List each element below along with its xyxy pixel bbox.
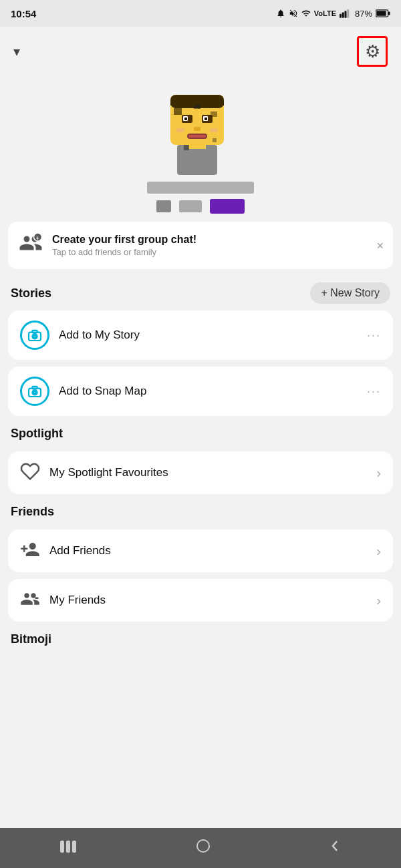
my-story-camera-icon <box>20 320 49 350</box>
svg-rect-23 <box>176 128 184 132</box>
my-story-menu-button[interactable]: ··· <box>367 329 381 343</box>
top-nav: ▾ ⚙ <box>0 27 401 72</box>
spotlight-favourites-item[interactable]: My Spotlight Favourites › <box>8 451 393 494</box>
bottom-nav <box>0 828 401 868</box>
avatar-section <box>0 75 401 214</box>
new-story-button[interactable]: + New Story <box>310 282 390 304</box>
mute-icon <box>289 9 298 18</box>
nav-back-button[interactable] <box>323 832 348 864</box>
bitmoji-title: Bitmoji <box>11 632 51 646</box>
svg-text:+: + <box>36 235 39 242</box>
stories-title: Stories <box>11 286 51 300</box>
new-story-label: + New Story <box>321 287 380 299</box>
stat-item-1 <box>156 200 171 212</box>
add-friends-label: Add Friends <box>49 544 367 558</box>
bitmoji-image <box>154 75 241 175</box>
battery-text: 87% <box>355 9 372 19</box>
group-chat-title: Create your first group chat! <box>52 234 382 246</box>
spotlight-title: Spotlight <box>11 427 63 441</box>
svg-rect-22 <box>188 135 206 138</box>
avatar[interactable] <box>154 75 247 182</box>
group-chat-icon: + <box>19 231 43 260</box>
signal-bars-icon <box>340 9 352 18</box>
battery-icon <box>376 9 390 17</box>
settings-button[interactable]: ⚙ <box>357 36 388 67</box>
svg-rect-1 <box>342 13 344 18</box>
heart-icon <box>20 461 40 484</box>
username-display <box>147 182 254 194</box>
svg-rect-25 <box>194 105 200 109</box>
svg-rect-41 <box>66 841 70 853</box>
nav-home-button[interactable] <box>189 832 217 864</box>
add-friends-chevron-icon: › <box>376 544 381 559</box>
spotlight-favourites-label: My Spotlight Favourites <box>49 466 367 479</box>
snap-map-menu-button[interactable]: ··· <box>367 385 381 399</box>
svg-rect-19 <box>205 118 207 120</box>
svg-rect-0 <box>340 14 342 18</box>
chevron-down-icon[interactable]: ▾ <box>13 43 20 59</box>
svg-point-43 <box>197 840 209 852</box>
status-time: 10:54 <box>11 8 36 19</box>
bitmoji-section-header: Bitmoji <box>0 628 401 653</box>
add-friends-item[interactable]: Add Friends › <box>8 529 393 572</box>
my-friends-item[interactable]: My Friends › <box>8 579 393 622</box>
camera-icon-2 <box>27 385 42 397</box>
svg-rect-12 <box>174 108 182 115</box>
signal-label: VoLTE <box>314 9 336 17</box>
friends-title: Friends <box>11 505 54 519</box>
svg-rect-11 <box>170 100 224 105</box>
svg-rect-2 <box>344 11 346 18</box>
gear-icon: ⚙ <box>365 41 380 62</box>
svg-rect-42 <box>72 841 76 853</box>
stat-item-2 <box>179 200 202 212</box>
svg-rect-18 <box>184 118 187 120</box>
stat-item-premium <box>210 199 245 214</box>
my-story-label: Add to My Story <box>59 329 358 342</box>
my-friends-icon <box>20 589 40 612</box>
spotlight-section-header: Spotlight <box>0 423 401 447</box>
svg-rect-24 <box>210 128 218 132</box>
user-stats <box>156 199 245 214</box>
group-chat-banner[interactable]: + Create your first group chat! Tap to a… <box>8 222 393 269</box>
my-friends-chevron-icon: › <box>376 593 381 608</box>
friends-section-header: Friends <box>0 501 401 525</box>
svg-rect-7 <box>177 145 217 175</box>
snap-map-camera-icon <box>20 377 49 406</box>
svg-rect-26 <box>184 145 189 150</box>
svg-rect-27 <box>213 138 217 142</box>
my-friends-label: My Friends <box>49 594 367 607</box>
wifi-icon <box>301 9 311 18</box>
add-to-my-story-item[interactable]: Add to My Story ··· <box>8 310 393 360</box>
svg-rect-20 <box>194 127 200 131</box>
svg-rect-40 <box>60 841 64 853</box>
notification-icon <box>276 9 285 18</box>
svg-point-32 <box>33 335 36 338</box>
camera-icon <box>27 329 42 341</box>
snap-map-label: Add to Snap Map <box>59 385 358 398</box>
group-chat-text: Create your first group chat! Tap to add… <box>52 234 382 257</box>
main-content: ▾ ⚙ <box>0 27 401 828</box>
spotlight-chevron-icon: › <box>376 465 381 481</box>
svg-rect-3 <box>347 9 349 18</box>
status-bar: 10:54 VoLTE 87% <box>0 0 401 27</box>
svg-rect-5 <box>388 11 390 15</box>
close-banner-button[interactable]: × <box>376 238 384 252</box>
add-to-snap-map-item[interactable]: Add to Snap Map ··· <box>8 367 393 416</box>
add-friends-icon <box>20 539 40 562</box>
svg-rect-6 <box>376 11 386 16</box>
status-icons: VoLTE 87% <box>276 9 390 19</box>
nav-menu-button[interactable] <box>53 833 83 863</box>
group-chat-subtitle: Tap to add friends or family <box>52 247 382 257</box>
svg-point-36 <box>33 391 36 394</box>
stories-section-header: Stories + New Story <box>0 278 401 310</box>
